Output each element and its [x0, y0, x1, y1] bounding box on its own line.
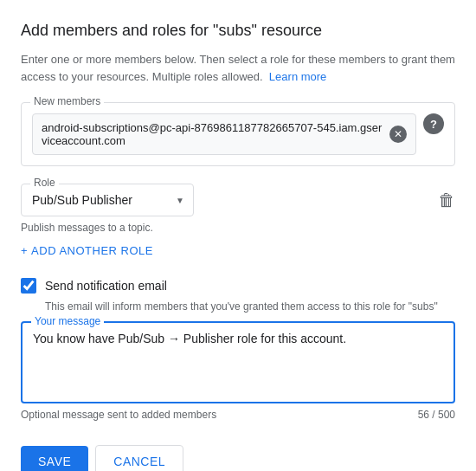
actions-row: SAVE CANCEL: [21, 442, 455, 471]
message-field-group: Your message You know have Pub/Sub → Pub…: [21, 321, 455, 403]
delete-role-icon[interactable]: 🗑: [438, 190, 455, 210]
message-textarea[interactable]: You know have Pub/Sub → Publisher role f…: [33, 332, 443, 392]
learn-more-link[interactable]: Learn more: [269, 70, 326, 83]
role-section: Role Pub/Sub Publisher Pub/Sub Subscribe…: [21, 184, 455, 234]
add-role-label: ADD ANOTHER ROLE: [31, 244, 153, 257]
notification-sublabel: This email will inform members that you'…: [21, 300, 455, 313]
new-members-label: New members: [30, 95, 104, 107]
role-row: Role Pub/Sub Publisher Pub/Sub Subscribe…: [21, 184, 455, 216]
notification-checkbox-row: Send notification email: [21, 278, 455, 294]
role-select-wrapper: Pub/Sub Publisher Pub/Sub Subscriber Pub…: [22, 184, 193, 216]
dialog-title: Add members and roles for "subs" resourc…: [21, 21, 455, 41]
plus-icon: +: [21, 244, 28, 257]
member-chip-area[interactable]: android-subscriptions@pc-api-87698611877…: [32, 113, 416, 155]
role-field-group: Role Pub/Sub Publisher Pub/Sub Subscribe…: [21, 184, 194, 216]
save-button[interactable]: SAVE: [21, 446, 88, 471]
role-select[interactable]: Pub/Sub Publisher Pub/Sub Subscriber Pub…: [22, 184, 193, 216]
send-notification-checkbox[interactable]: [21, 278, 36, 294]
clear-member-icon[interactable]: ✕: [389, 126, 407, 143]
message-footer: Optional message sent to added members 5…: [21, 409, 455, 421]
members-row: android-subscriptions@pc-api-87698611877…: [32, 113, 444, 155]
help-icon[interactable]: ?: [423, 113, 444, 134]
description-text: Enter one or more members below. Then se…: [21, 51, 455, 85]
optional-message-hint: Optional message sent to added members: [21, 409, 216, 421]
new-members-field-group: New members android-subscriptions@pc-api…: [21, 102, 455, 166]
description-body: Enter one or more members below. Then se…: [21, 53, 455, 83]
message-field-label: Your message: [31, 315, 104, 327]
char-count: 56 / 500: [418, 409, 455, 421]
send-notification-label: Send notification email: [45, 279, 167, 293]
role-description: Publish messages to a topic.: [21, 222, 455, 234]
cancel-button[interactable]: CANCEL: [95, 445, 183, 471]
member-email-text: android-subscriptions@pc-api-87698611877…: [42, 121, 384, 147]
add-another-role-button[interactable]: + ADD ANOTHER ROLE: [21, 237, 153, 264]
